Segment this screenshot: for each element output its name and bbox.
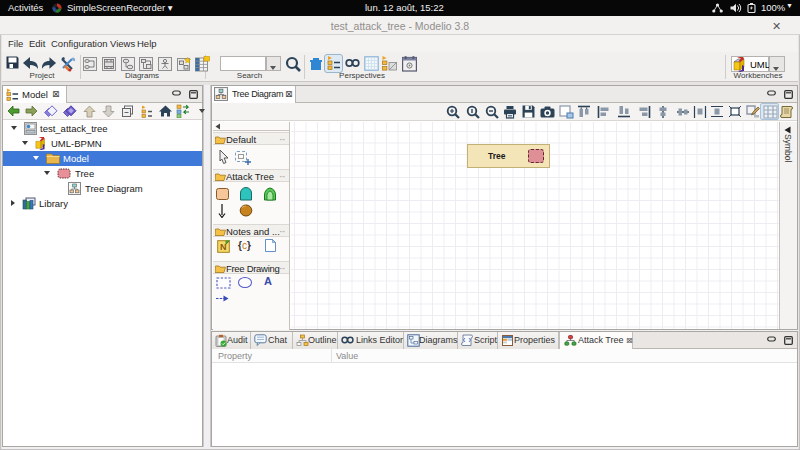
svg-text:N: N (220, 242, 227, 252)
